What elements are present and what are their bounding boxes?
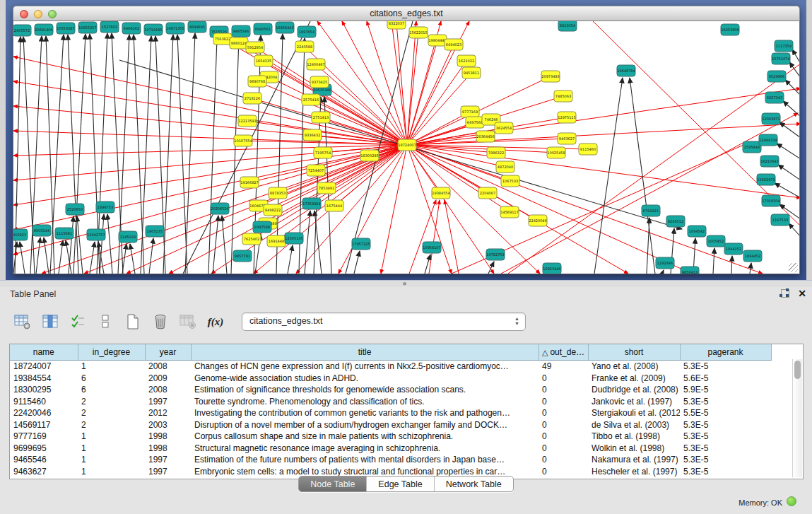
graph-node[interactable]: 10107554 (234, 135, 252, 146)
table-cell[interactable]: Estimation of the future numbers of pati… (191, 454, 539, 466)
graph-node[interactable]: 17957225 (352, 238, 370, 250)
table-cell[interactable]: 0 (539, 373, 588, 385)
graph-node[interactable]: 12505135 (285, 233, 303, 244)
graph-edge[interactable] (662, 270, 664, 274)
graph-node[interactable]: 1167533 (771, 214, 789, 226)
table-cell[interactable]: 1998 (145, 443, 191, 455)
table-cell[interactable]: 2008 (145, 384, 191, 396)
table-cell[interactable]: 2 (78, 396, 145, 408)
graph-node[interactable]: 17359924 (302, 198, 321, 209)
table-row[interactable]: 1938455462009Genome-wide association stu… (10, 373, 771, 385)
table-cell[interactable]: 18724007 (10, 361, 78, 373)
graph-edge[interactable] (100, 214, 104, 274)
table-cell[interactable]: 0 (539, 384, 588, 396)
graph-edge[interactable] (407, 61, 466, 145)
graph-node[interactable]: 3915923 (13, 229, 28, 240)
table-cell[interactable]: Changes of HCN gene expression and I(f) … (191, 361, 539, 373)
column-header-out_de[interactable]: △out_de… (539, 344, 588, 361)
graph-node[interactable]: 9498222 (264, 204, 282, 216)
graph-node[interactable]: 15622015 (409, 27, 428, 38)
table-cell[interactable]: 5.5E-5 (680, 407, 771, 419)
graph-node[interactable]: 9336432 (303, 129, 322, 141)
graph-node[interactable]: 8322037 (387, 21, 406, 29)
table-cell[interactable]: Disruption of a novel member of a sodium… (191, 419, 539, 431)
graph-node[interactable]: 18300295 (360, 150, 379, 161)
resize-grip[interactable] (789, 263, 798, 272)
table-cell[interactable]: 1 (78, 454, 145, 466)
table-cell[interactable]: 6 (78, 373, 145, 385)
table-cell[interactable]: Nakamura et al. (1997) (588, 454, 680, 466)
table-vertical-scrollbar[interactable] (792, 359, 802, 477)
graph-node[interactable]: 17016504 (762, 195, 780, 206)
graph-node[interactable]: 7853491 (317, 182, 336, 194)
table-cell[interactable]: 5.3E-5 (680, 419, 771, 431)
graph-edge[interactable] (20, 242, 25, 274)
table-cell[interactable]: 1 (78, 431, 145, 443)
graph-node[interactable]: 16671355 (166, 23, 184, 34)
graph-node[interactable]: 7254407 (307, 165, 325, 176)
graph-edge[interactable] (208, 39, 217, 274)
graph-edge[interactable] (407, 145, 763, 274)
graph-edge[interactable] (130, 244, 135, 274)
zoom-window-button[interactable] (48, 10, 57, 18)
graph-node[interactable]: 9227343 (765, 92, 784, 103)
table-row[interactable]: 911546021997Tourette syndrome. Phenomeno… (10, 396, 771, 408)
graph-edge[interactable] (141, 36, 151, 274)
graph-node[interactable]: 2718126 (243, 93, 261, 104)
graph-edge[interactable] (69, 216, 73, 274)
graph-node[interactable]: 9529966 (767, 71, 786, 82)
scrollbar-thumb[interactable] (794, 361, 801, 379)
graph-node[interactable]: 2405572 (13, 25, 31, 36)
graph-node[interactable]: 9850413 (681, 267, 699, 274)
graph-edge[interactable] (594, 78, 623, 274)
table-cell[interactable]: 0 (539, 443, 588, 455)
column-header-name[interactable]: name (10, 344, 78, 361)
table-cell[interactable]: 2003 (145, 419, 191, 431)
graph-edge[interactable] (783, 101, 800, 117)
function-builder-button[interactable]: f(x) (206, 312, 225, 332)
graph-edge[interactable] (713, 248, 714, 274)
graph-node[interactable]: 10958107 (423, 242, 441, 253)
close-window-button[interactable] (20, 10, 28, 18)
graph-node[interactable]: 7563822 (213, 33, 232, 45)
graph-node[interactable]: 6494023 (445, 39, 463, 50)
column-header-title[interactable]: title (191, 344, 539, 361)
delete-column-button[interactable] (151, 312, 170, 332)
graph-edge[interactable] (429, 200, 440, 274)
table-cell[interactable]: 9777169 (10, 431, 78, 443)
table-cell[interactable]: 0 (539, 431, 588, 443)
graph-node[interactable]: 2751413 (312, 112, 330, 123)
table-cell[interactable]: Investigating the contribution of common… (191, 407, 539, 419)
table-cell[interactable]: 14569117 (10, 419, 78, 431)
graph-node[interactable]: 9453811 (462, 67, 481, 78)
select-all-button[interactable] (68, 312, 88, 332)
table-cell[interactable]: 0 (539, 407, 588, 419)
graph-node[interactable]: 9699695 (188, 21, 206, 33)
graph-node[interactable]: 1117354 (775, 40, 793, 52)
graph-node[interactable]: 9397588 (253, 221, 271, 233)
graph-edge[interactable] (367, 21, 407, 145)
column-header-short[interactable]: short (588, 344, 680, 361)
table-cell[interactable]: 5.3E-5 (680, 454, 771, 466)
graph-node[interactable]: 1654335 (254, 55, 273, 66)
table-row[interactable]: 977716911998Corpus callosum shape and si… (10, 431, 771, 443)
graph-node[interactable]: 12444134 (759, 134, 777, 146)
tab-edge-table[interactable]: Edge Table (366, 477, 433, 491)
graph-edge[interactable] (288, 245, 293, 274)
graph-edge[interactable] (777, 144, 800, 159)
float-panel-icon[interactable] (779, 288, 789, 298)
table-cell[interactable]: 2 (78, 407, 145, 419)
table-cell[interactable]: Jankovic et al. (1997) (588, 396, 680, 408)
graph-edge[interactable] (396, 23, 407, 145)
graph-node[interactable]: 9860124 (230, 37, 248, 49)
graph-node[interactable]: 22420046 (529, 215, 547, 226)
table-cell[interactable]: 5.3E-5 (680, 431, 771, 443)
tab-network-table[interactable]: Network Table (434, 477, 513, 491)
graph-node[interactable]: 1675444 (325, 200, 343, 211)
network-window-titlebar[interactable]: citations_edges.txt (13, 6, 800, 21)
table-cell[interactable]: 2009 (145, 373, 191, 385)
graph-edge[interactable] (407, 33, 418, 145)
graph-node[interactable]: 1621022 (457, 55, 476, 66)
graph-node[interactable]: 1897654 (298, 26, 316, 37)
graph-node[interactable]: 10655257 (78, 22, 97, 33)
